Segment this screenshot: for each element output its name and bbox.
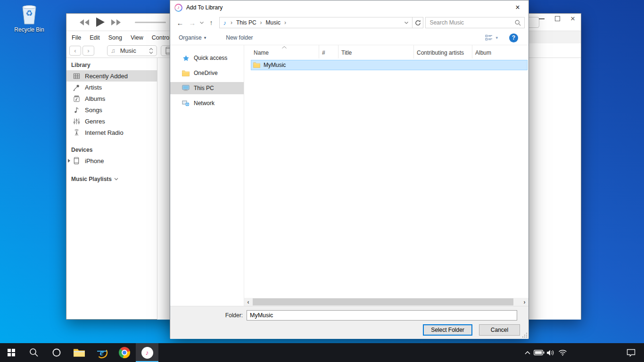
dialog-title-bar[interactable]: ♪ Add To Library ×: [170, 0, 528, 15]
antenna-icon: [72, 129, 81, 136]
pane-item-onedrive[interactable]: OneDrive: [170, 67, 244, 79]
wifi-indicator[interactable]: [557, 343, 569, 362]
search-input[interactable]: [426, 19, 515, 26]
taskbar-search-button[interactable]: [23, 343, 45, 362]
column-header-album[interactable]: Album: [472, 45, 528, 58]
recycle-bin-icon: ♻: [20, 4, 38, 25]
scrollbar-thumb[interactable]: [253, 298, 513, 305]
column-header-contributing-artists[interactable]: Contributing artists: [414, 45, 472, 58]
recycle-symbol-icon: ♻: [20, 8, 38, 18]
play-button[interactable]: [95, 16, 106, 28]
file-name: MyMusic: [264, 62, 286, 68]
media-kind-label: Music: [120, 47, 145, 54]
dialog-title: Add To Library: [186, 4, 507, 11]
file-row-mymusic[interactable]: MyMusic: [251, 60, 528, 70]
dialog-footer: Folder: Select Folder Cancel: [170, 306, 528, 339]
search-icon[interactable]: [515, 20, 524, 26]
sidebar-item-albums[interactable]: Albums: [66, 93, 157, 104]
recent-locations-chevron[interactable]: [198, 22, 206, 24]
folder-label: Folder:: [170, 312, 247, 319]
file-list: Name # Title Contributing artists Album …: [244, 45, 528, 306]
menu-view[interactable]: View: [126, 34, 148, 41]
start-button[interactable]: [0, 343, 23, 362]
itunes-window-controls: ×: [539, 16, 575, 21]
new-folder-button[interactable]: New folder: [226, 34, 253, 41]
menu-file[interactable]: File: [67, 34, 85, 41]
file-explorer-button[interactable]: [68, 343, 91, 362]
up-button[interactable]: ↑: [206, 19, 217, 26]
quick-access-star-icon: [182, 55, 190, 62]
internet-explorer-button[interactable]: e: [91, 343, 113, 362]
system-tray: [521, 343, 644, 362]
disclosure-triangle-icon[interactable]: [68, 159, 70, 163]
dialog-close-button[interactable]: ×: [507, 0, 528, 15]
music-playlists-header[interactable]: Music Playlists: [66, 174, 157, 184]
help-button[interactable]: ?: [509, 33, 518, 42]
chevron-up-icon: [525, 351, 530, 354]
volume-slider[interactable]: [135, 22, 166, 23]
organise-menu-button[interactable]: Organise ▾: [179, 34, 206, 41]
select-folder-button[interactable]: Select Folder: [423, 324, 472, 336]
action-center-icon: [627, 349, 636, 357]
refresh-button[interactable]: [413, 17, 424, 28]
itunes-forward-button[interactable]: ›: [83, 46, 94, 56]
forward-button: →: [186, 19, 198, 27]
folder-name-input[interactable]: [247, 310, 517, 321]
pane-item-quick-access[interactable]: Quick access: [170, 52, 244, 64]
sidebar-item-internet-radio[interactable]: Internet Radio: [66, 127, 157, 138]
itunes-taskbar-button[interactable]: ♪: [136, 343, 158, 362]
sidebar-item-artists[interactable]: Artists: [66, 82, 157, 93]
column-header-number[interactable]: #: [319, 45, 339, 58]
navigation-pane: Quick access OneDrive This PC Network: [170, 45, 244, 306]
dialog-navigation-bar: ← → ↑ ♪ › This PC › Music ›: [170, 15, 528, 31]
speaker-icon: [546, 349, 556, 356]
network-icon: [182, 100, 190, 107]
breadcrumb-music[interactable]: Music: [264, 19, 282, 26]
microphone-icon: [72, 84, 81, 91]
breadcrumb-this-pc[interactable]: This PC: [234, 19, 258, 26]
resize-grip[interactable]: [522, 333, 528, 338]
close-icon[interactable]: ×: [570, 16, 575, 21]
change-view-button[interactable]: ▾: [485, 34, 498, 41]
sidebar-item-recently-added[interactable]: Recently Added: [66, 70, 157, 82]
dialog-command-bar: Organise ▾ New folder ▾ ?: [170, 31, 528, 45]
minimize-icon[interactable]: [539, 18, 545, 19]
volume-indicator[interactable]: [545, 343, 557, 362]
breadcrumb-chevron[interactable]: ›: [282, 19, 288, 26]
media-kind-picker[interactable]: ♫ Music: [107, 45, 157, 56]
sidebar-item-songs[interactable]: Songs: [66, 104, 157, 115]
maximize-icon[interactable]: [555, 16, 560, 21]
list-view-icon: [485, 34, 493, 41]
sidebar-item-genres[interactable]: Genres: [66, 115, 157, 127]
menu-song[interactable]: Song: [104, 34, 126, 41]
pane-item-network[interactable]: Network: [170, 97, 244, 109]
show-hidden-icons-button[interactable]: [521, 343, 533, 362]
scrollbar-track[interactable]: [252, 298, 520, 306]
chrome-button[interactable]: [113, 343, 136, 362]
chevron-down-icon: ▾: [495, 35, 498, 40]
address-dropdown-chevron[interactable]: [405, 22, 412, 24]
scroll-left-arrow[interactable]: ‹: [244, 298, 252, 306]
breadcrumb-chevron: ›: [229, 19, 234, 26]
recycle-bin-desktop-icon[interactable]: ♻ Recycle Bin: [12, 4, 46, 33]
horizontal-scrollbar[interactable]: ‹ ›: [244, 298, 528, 306]
scroll-right-arrow[interactable]: ›: [520, 298, 528, 306]
battery-indicator[interactable]: [533, 343, 545, 362]
search-box[interactable]: [425, 17, 525, 28]
sidebar-item-iphone[interactable]: iPhone: [66, 155, 157, 166]
menu-edit[interactable]: Edit: [85, 34, 104, 41]
updown-chevrons-icon: [149, 48, 153, 54]
back-button[interactable]: ←: [174, 19, 186, 27]
fast-forward-button[interactable]: [110, 19, 122, 26]
rewind-button[interactable]: [79, 19, 90, 26]
pane-item-this-pc[interactable]: This PC: [170, 82, 244, 94]
column-header-title[interactable]: Title: [339, 45, 414, 58]
itunes-back-button[interactable]: ‹: [69, 46, 81, 56]
battery-icon: [534, 350, 545, 355]
address-bar[interactable]: ♪ › This PC › Music ›: [219, 17, 412, 28]
breadcrumb-chevron[interactable]: ›: [258, 19, 264, 26]
cancel-button[interactable]: Cancel: [479, 324, 520, 336]
file-explorer-icon: [73, 348, 85, 358]
cortana-button[interactable]: [45, 343, 68, 362]
action-center-button[interactable]: [621, 343, 640, 362]
